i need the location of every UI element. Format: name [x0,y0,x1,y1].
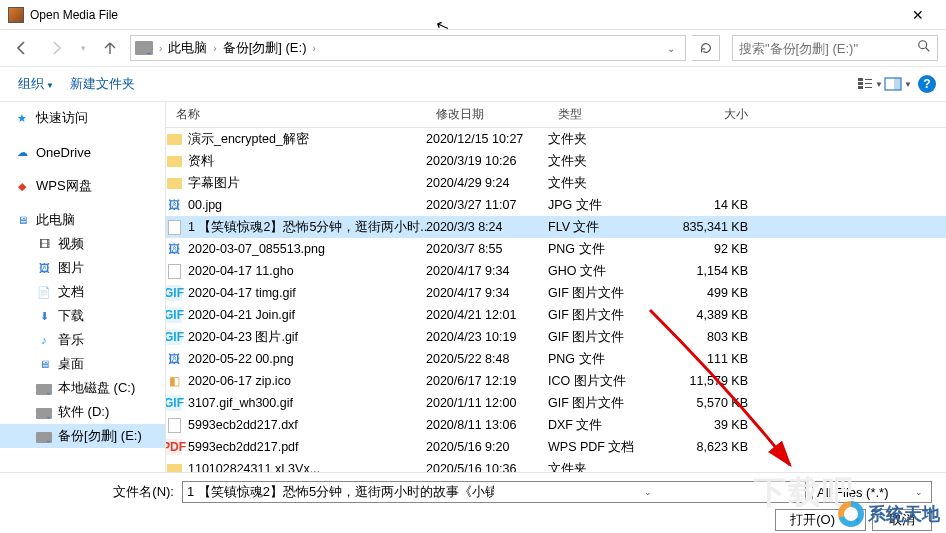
file-row[interactable]: GIF3107.gif_wh300.gif2020/1/11 12:00GIF … [166,392,946,414]
file-name: 2020-04-17 11.gho [188,264,294,278]
file-date: 2020/3/19 10:26 [426,154,548,168]
video-icon: 🎞 [36,236,52,252]
svg-rect-2 [858,78,863,81]
sidebar-item-drive-e[interactable]: 备份[勿删] (E:) [0,424,165,448]
file-row[interactable]: 🖼00.jpg2020/3/27 11:07JPG 文件14 KB [166,194,946,216]
column-type[interactable]: 类型 [548,106,648,123]
nav-back-button[interactable] [8,35,36,61]
column-date[interactable]: 修改日期 [426,106,548,123]
search-icon[interactable] [917,39,931,57]
file-type: GHO 文件 [548,263,648,280]
chevron-down-icon[interactable]: ⌄ [911,487,927,497]
file-name: 2020-03-07_085513.png [188,242,325,256]
sidebar-item-quick-access[interactable]: ★快速访问 [0,106,165,130]
file-name: 110102824311 xL3Vx... [188,462,320,472]
close-button[interactable]: ✕ [898,7,938,23]
new-folder-button[interactable]: 新建文件夹 [62,71,143,97]
file-type: GIF 图片文件 [548,329,648,346]
file-row[interactable]: GIF2020-04-17 timg.gif2020/4/17 9:34GIF … [166,282,946,304]
file-row[interactable]: 字幕图片2020/4/29 9:24文件夹 [166,172,946,194]
file-row[interactable]: 资料2020/3/19 10:26文件夹 [166,150,946,172]
file-date: 2020/3/7 8:55 [426,242,548,256]
file-row[interactable]: 1 【笑镇惊魂2】恐怖5分钟，逛街两小时...2020/3/3 8:24FLV … [166,216,946,238]
file-date: 2020/4/29 9:24 [426,176,548,190]
file-date: 2020/6/17 12:19 [426,374,548,388]
sidebar-item-downloads[interactable]: ⬇下载 [0,304,165,328]
organize-menu[interactable]: 组织▼ [10,71,62,97]
file-date: 2020/4/21 12:01 [426,308,548,322]
file-date: 2020/5/22 8:48 [426,352,548,366]
chevron-right-icon: › [310,43,317,54]
column-headers[interactable]: 名称 修改日期 类型 大小 [166,102,946,128]
svg-rect-3 [858,82,863,85]
nav-up-button[interactable] [96,35,124,61]
file-row[interactable]: 5993ecb2dd217.dxf2020/8/11 13:06DXF 文件39… [166,414,946,436]
svg-line-1 [926,48,930,52]
sidebar-item-documents[interactable]: 📄文档 [0,280,165,304]
nav-forward-button[interactable] [42,35,70,61]
sidebar-item-videos[interactable]: 🎞视频 [0,232,165,256]
file-row[interactable]: 2020-04-17 11.gho2020/4/17 9:34GHO 文件1,1… [166,260,946,282]
column-name[interactable]: 名称 [166,106,426,123]
preview-pane-button[interactable]: ▼ [884,77,912,91]
sidebar-item-desktop[interactable]: 🖥桌面 [0,352,165,376]
file-size: 11,579 KB [648,374,762,388]
file-size: 39 KB [648,418,762,432]
sidebar-item-pictures[interactable]: 🖼图片 [0,256,165,280]
file-row[interactable]: ◧2020-06-17 zip.ico2020/6/17 12:19ICO 图片… [166,370,946,392]
drive-icon [36,380,52,396]
help-button[interactable]: ? [918,75,936,93]
sidebar-item-drive-d[interactable]: 软件 (D:) [0,400,165,424]
file-name: 2020-04-21 Join.gif [188,308,295,322]
file-type: ICO 图片文件 [548,373,648,390]
file-row[interactable]: PDF5993ecb2dd217.pdf2020/5/16 9:20WPS PD… [166,436,946,458]
file-row[interactable]: 演示_encrypted_解密2020/12/15 10:27文件夹 [166,128,946,150]
file-name: 资料 [188,153,214,170]
wps-icon: ◆ [14,178,30,194]
file-row[interactable]: GIF2020-04-21 Join.gif2020/4/21 12:01GIF… [166,304,946,326]
file-list[interactable]: 演示_encrypted_解密2020/12/15 10:27文件夹资料2020… [166,128,946,472]
column-size[interactable]: 大小 [648,106,762,123]
file-size: 1,154 KB [648,264,762,278]
svg-rect-7 [865,87,872,88]
file-date: 2020/4/17 9:34 [426,264,548,278]
file-size: 111 KB [648,352,762,366]
address-dropdown-icon[interactable]: ⌄ [661,43,681,54]
search-input[interactable] [739,41,917,56]
file-row[interactable]: 110102824311 xL3Vx...2020/5/16 10:36文件夹 [166,458,946,472]
sidebar-item-thispc[interactable]: 🖥此电脑 [0,208,165,232]
file-type: WPS PDF 文档 [548,439,648,456]
sidebar-item-onedrive[interactable]: ☁OneDrive [0,140,165,164]
file-date: 2020/1/11 12:00 [426,396,548,410]
window-title: Open Media File [30,8,898,22]
view-options-button[interactable]: ▼ [856,77,884,91]
sidebar-item-music[interactable]: ♪音乐 [0,328,165,352]
file-name: 2020-05-22 00.png [188,352,294,366]
filename-value[interactable]: 1 【笑镇惊魂2】恐怖5分钟，逛街两小时的故事《小镇惊魂2》P2.flv [187,483,494,501]
file-size: 14 KB [648,198,762,212]
file-type: 文件夹 [548,175,648,192]
file-row[interactable]: 🖼2020-05-22 00.png2020/5/22 8:48PNG 文件11… [166,348,946,370]
file-row[interactable]: 🖼2020-03-07_085513.png2020/3/7 8:55PNG 文… [166,238,946,260]
file-name: 2020-04-17 timg.gif [188,286,296,300]
file-type: 文件夹 [548,461,648,473]
nav-history-dropdown[interactable]: ▾ [76,35,90,61]
file-size: 92 KB [648,242,762,256]
breadcrumb-thispc[interactable]: 此电脑 [164,39,211,57]
chevron-right-icon: › [157,43,164,54]
file-type: GIF 图片文件 [548,307,648,324]
refresh-button[interactable] [692,35,720,61]
file-size: 499 KB [648,286,762,300]
sidebar-item-wps[interactable]: ◆WPS网盘 [0,174,165,198]
sidebar-item-drive-c[interactable]: 本地磁盘 (C:) [0,376,165,400]
file-type: DXF 文件 [548,417,648,434]
address-bar[interactable]: › 此电脑 › 备份[勿删] (E:) › ⌄ [130,35,686,61]
file-type: 文件夹 [548,153,648,170]
filename-combobox[interactable]: 1 【笑镇惊魂2】恐怖5分钟，逛街两小时的故事《小镇惊魂2》P2.flv ⌄ [182,481,806,503]
file-row[interactable]: GIF2020-04-23 图片.gif2020/4/23 10:19GIF 图… [166,326,946,348]
file-date: 2020/5/16 10:36 [426,462,548,472]
search-box[interactable] [732,35,938,61]
drive-icon [36,428,52,444]
breadcrumb-drive[interactable]: 备份[勿删] (E:) [219,39,311,57]
file-name: 5993ecb2dd217.dxf [188,418,298,432]
